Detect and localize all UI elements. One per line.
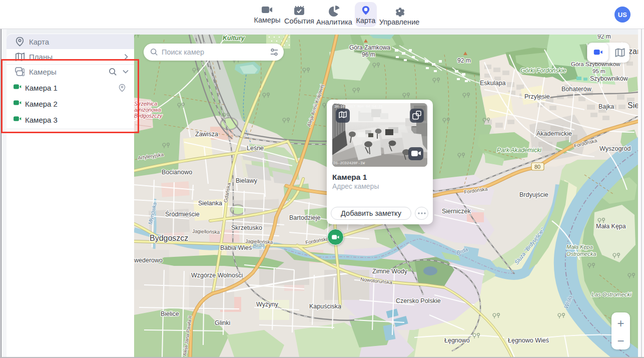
svg-text:Bydgoszcz: Bydgoszcz bbox=[150, 234, 188, 242]
svg-text:Bohaterów: Bohaterów bbox=[561, 86, 592, 93]
svg-text:Akademickie: Akademickie bbox=[536, 130, 572, 137]
svg-text:92 m: 92 m bbox=[597, 35, 611, 40]
svg-text:Glinki: Glinki bbox=[215, 319, 230, 326]
svg-text:Czersko Polskie: Czersko Polskie bbox=[396, 297, 441, 304]
svg-text:Brda: Brda bbox=[253, 242, 265, 249]
svg-text:Leśne: Leśne bbox=[247, 145, 264, 152]
svg-text:30-10-2017 Mon 04:54:21: 30-10-2017 Mon 04:54:21 bbox=[334, 105, 383, 109]
svg-text:Sierniczek: Sierniczek bbox=[442, 208, 471, 215]
svg-text:Mała Kępa: Mała Kępa bbox=[596, 223, 626, 230]
svg-text:Jagiellońska: Jagiellońska bbox=[192, 228, 220, 235]
svg-text:Wyżyny: Wyżyny bbox=[256, 301, 278, 308]
svg-text:zań: zań bbox=[628, 47, 638, 56]
svg-text:Łęgnowo Wieś: Łęgnowo Wieś bbox=[508, 337, 549, 344]
svg-text:DS-2CD2420F-IW: DS-2CD2420F-IW bbox=[333, 161, 365, 165]
svg-text:Babia Wieś: Babia Wieś bbox=[220, 244, 252, 251]
svg-text:Zawisza: Zawisza bbox=[195, 131, 218, 138]
svg-text:Kapuściska: Kapuściska bbox=[309, 303, 341, 310]
svg-text:92 m: 92 m bbox=[457, 57, 471, 64]
svg-text:Brdyujście: Brdyujście bbox=[519, 191, 548, 198]
svg-text:Wzgórze Wolności: Wzgórze Wolności bbox=[191, 272, 243, 279]
svg-text:80: 80 bbox=[534, 164, 540, 170]
svg-text:Śródmieście: Śródmieście bbox=[165, 210, 200, 218]
svg-text:Zimne Wody: Zimne Wody bbox=[372, 268, 408, 275]
svg-text:Las Ostromecki: Las Ostromecki bbox=[591, 291, 631, 297]
svg-text:Kultury: Kultury bbox=[223, 35, 245, 42]
svg-text:Łęgnowo: Łęgnowo bbox=[444, 337, 470, 344]
svg-text:Mała Kępa: Mała Kępa bbox=[566, 244, 593, 250]
svg-text:95 m: 95 m bbox=[592, 68, 605, 74]
svg-text:Szybowników: Szybowników bbox=[590, 75, 628, 82]
svg-text:Eskulapa: Eskulapa bbox=[480, 80, 505, 87]
svg-text:Góra Zamkowa: Góra Zamkowa bbox=[349, 44, 390, 51]
svg-text:wederowo: wederowo bbox=[134, 257, 163, 264]
svg-text:Bielice: Bielice bbox=[161, 310, 179, 317]
svg-text:Park Akademicki: Park Akademicki bbox=[497, 147, 541, 154]
svg-text:Wyszogród: Wyszogród bbox=[599, 145, 630, 152]
svg-text:Ostromecka: Ostromecka bbox=[566, 251, 596, 257]
svg-text:Bartodzieje: Bartodzieje bbox=[289, 214, 321, 221]
svg-text:Sielanka: Sielanka bbox=[198, 200, 222, 207]
svg-text:Siels: Siels bbox=[627, 101, 638, 110]
svg-text:Bocianowo: Bocianowo bbox=[162, 169, 192, 176]
svg-text:Skrzetusko: Skrzetusko bbox=[231, 224, 262, 231]
svg-text:Górki Fordońskie: Górki Fordońskie bbox=[520, 67, 566, 74]
svg-text:Przylesie: Przylesie bbox=[524, 93, 550, 100]
svg-text:96 m: 96 m bbox=[362, 51, 375, 58]
svg-text:Bajka: Bajka bbox=[598, 103, 614, 110]
svg-text:Bielawy: Bielawy bbox=[236, 177, 258, 184]
